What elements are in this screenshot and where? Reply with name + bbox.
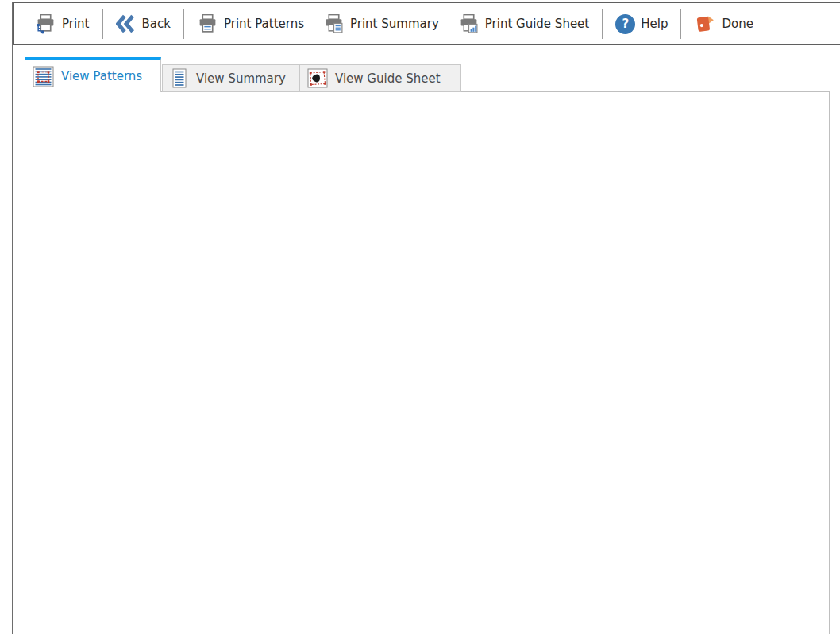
view-patterns-icon — [33, 66, 54, 87]
print-summary-icon — [323, 14, 345, 34]
done-button[interactable]: Done — [684, 8, 762, 40]
pattern-viewer-window: Print Back — [0, 0, 840, 634]
print-patterns-button-label: Print Patterns — [224, 17, 304, 31]
done-icon — [694, 14, 716, 35]
toolbar-separator — [680, 9, 681, 39]
toolbar-separator — [102, 9, 103, 39]
print-guide-sheet-button-label: Print Guide Sheet — [485, 17, 589, 31]
print-summary-button-label: Print Summary — [350, 17, 439, 31]
toolbar: Print Back — [13, 2, 840, 45]
tab-view-patterns[interactable]: View Patterns — [25, 57, 161, 92]
window-frame-inner-line — [12, 2, 13, 634]
view-summary-icon — [170, 68, 189, 88]
tab-view-summary-label: View Summary — [196, 72, 286, 86]
print-guide-sheet-icon — [458, 14, 480, 34]
view-guide-sheet-icon — [307, 68, 328, 88]
tab-view-guide-sheet-label: View Guide Sheet — [335, 72, 441, 86]
help-icon: ? — [615, 14, 635, 34]
help-button[interactable]: ? Help — [606, 8, 677, 40]
toolbar-separator — [602, 9, 603, 39]
back-icon — [116, 14, 137, 34]
tab-view-guide-sheet[interactable]: View Guide Sheet — [299, 64, 461, 92]
toolbar-separator — [183, 9, 184, 39]
tab-view-summary[interactable]: View Summary — [162, 64, 300, 92]
help-glyph: ? — [622, 17, 629, 31]
print-patterns-icon — [197, 14, 218, 34]
back-button[interactable]: Back — [106, 8, 180, 40]
print-patterns-button[interactable]: Print Patterns — [187, 8, 314, 40]
print-summary-button[interactable]: Print Summary — [314, 8, 449, 40]
print-icon — [35, 14, 56, 34]
print-button[interactable]: Print — [25, 8, 99, 40]
tab-content-area — [25, 91, 830, 634]
print-guide-sheet-button[interactable]: Print Guide Sheet — [449, 8, 599, 40]
done-button-label: Done — [722, 17, 753, 31]
window-frame-outer-line — [2, 0, 2, 634]
tab-view-patterns-label: View Patterns — [61, 69, 142, 83]
back-button-label: Back — [142, 17, 171, 31]
help-button-label: Help — [641, 17, 668, 31]
print-button-label: Print — [62, 17, 90, 31]
